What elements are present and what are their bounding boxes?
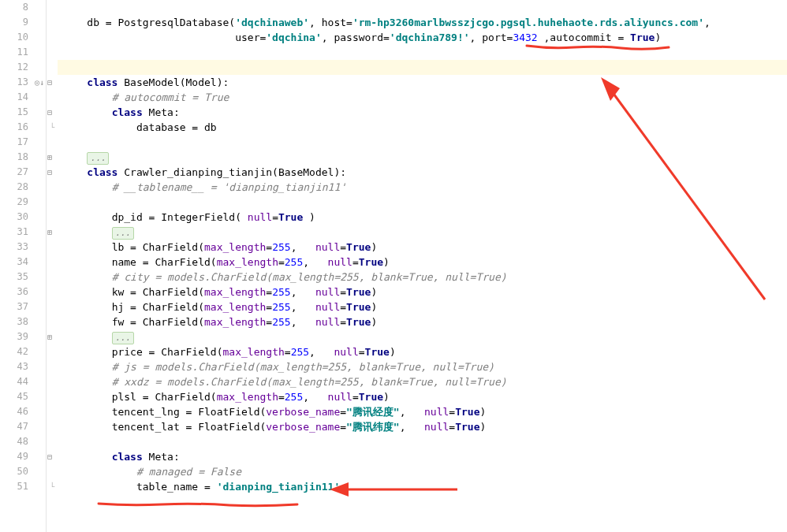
code-editor[interactable]: 8910111213◎↓1415161718272829303133343536…: [0, 0, 787, 532]
code-token: max_length: [204, 316, 266, 328]
code-token: 'dqchinaweb': [235, 17, 309, 28]
code-line[interactable]: [58, 135, 787, 150]
code-token: =: [449, 421, 455, 433]
line-number: 37: [0, 299, 46, 314]
code-token: # autocommit = True: [112, 91, 229, 103]
code-token: null: [328, 391, 352, 403]
fold-expand-icon[interactable]: ⊞: [47, 225, 52, 240]
code-token: =: [359, 346, 365, 358]
code-token: =: [340, 421, 346, 433]
code-line[interactable]: ...: [58, 225, 787, 240]
code-token: price = CharField(: [112, 346, 223, 358]
code-line[interactable]: # js = models.CharField(max_length=255, …: [58, 359, 787, 374]
code-token: =: [278, 256, 285, 268]
code-token: True: [359, 391, 383, 403]
code-line[interactable]: hj = CharField(max_length=255, null=True…: [58, 299, 787, 314]
code-token: True: [346, 286, 371, 298]
code-line[interactable]: plsl = CharField(max_length=255, null=Tr…: [58, 389, 787, 404]
code-token: ): [655, 32, 661, 43]
code-token: Meta:: [149, 451, 180, 463]
code-line[interactable]: ...: [58, 150, 787, 165]
code-token: =: [266, 301, 272, 313]
line-number: 50: [0, 464, 46, 479]
code-token: =: [340, 241, 346, 253]
code-token: =: [340, 286, 346, 298]
code-token: =: [340, 406, 346, 418]
code-line[interactable]: [58, 195, 787, 210]
code-token: 255: [285, 391, 303, 403]
line-number: 18: [0, 150, 46, 165]
code-line[interactable]: ...: [58, 329, 787, 344]
code-token: ,: [291, 241, 315, 253]
fold-expand-icon[interactable]: ⊞: [47, 150, 52, 165]
code-token: name = CharField(: [112, 256, 217, 268]
code-token: True: [346, 301, 371, 313]
line-number: 27: [0, 165, 46, 180]
line-number: 13◎↓: [0, 75, 46, 90]
code-token: max_length: [217, 256, 278, 268]
code-token: True: [278, 211, 303, 223]
fold-expand-icon[interactable]: ⊞: [47, 329, 52, 344]
code-line[interactable]: name = CharField(max_length=255, null=Tr…: [58, 255, 787, 270]
code-line[interactable]: dp_id = IntegerField( null=True ): [58, 210, 787, 225]
code-line[interactable]: lb = CharField(max_length=255, null=True…: [58, 240, 787, 255]
code-token: max_length: [223, 346, 285, 358]
code-line[interactable]: # autocommit = True: [58, 90, 787, 105]
line-number: 31: [0, 225, 46, 240]
code-line[interactable]: db = PostgresqlDatabase('dqchinaweb', ho…: [58, 15, 787, 30]
code-token: Meta:: [149, 106, 180, 118]
code-token: class: [112, 451, 149, 463]
code-token: 'rm-hp3260marlbwsszjcgo.pgsql.huhehaote.…: [352, 17, 704, 28]
code-line[interactable]: table_name = 'dianping_tianjin11': [58, 479, 787, 494]
fold-column[interactable]: ⊟⊟└⊞⊟⊞⊞⊟└: [47, 0, 58, 532]
code-token: ...: [112, 332, 134, 344]
code-line[interactable]: [58, 0, 787, 15]
code-line[interactable]: class Meta:: [58, 449, 787, 464]
code-token: ,: [400, 406, 424, 418]
code-token: max_length: [204, 301, 266, 313]
code-area[interactable]: db = PostgresqlDatabase('dqchinaweb', ho…: [58, 0, 787, 532]
code-line[interactable]: kw = CharField(max_length=255, null=True…: [58, 285, 787, 299]
code-line[interactable]: price = CharField(max_length=255, null=T…: [58, 344, 787, 359]
code-token: null: [315, 241, 340, 253]
line-number: 15: [0, 105, 46, 120]
code-line[interactable]: class BaseModel(Model):: [58, 75, 787, 90]
code-line[interactable]: user='dqchina', password='dqchina789!', …: [58, 30, 787, 45]
code-token: user=: [235, 32, 266, 43]
code-token: =: [266, 286, 272, 298]
code-line[interactable]: [58, 45, 787, 60]
code-token: =: [278, 391, 285, 403]
code-token: fw = CharField(: [112, 316, 204, 328]
code-line[interactable]: tencent_lng = FloatField(verbose_name="腾…: [58, 404, 787, 419]
code-line[interactable]: # xxdz = models.CharField(max_length=255…: [58, 374, 787, 389]
code-token: =: [266, 241, 272, 253]
code-token: kw = CharField(: [112, 286, 204, 298]
fold-collapse-icon[interactable]: ⊟: [47, 165, 52, 180]
code-token: # managed = False: [136, 466, 241, 478]
fold-collapse-icon[interactable]: ⊟: [47, 105, 52, 120]
code-token: 255: [285, 256, 303, 268]
code-token: 255: [272, 301, 290, 313]
code-token: ): [479, 406, 486, 418]
code-token: lb = CharField(: [112, 241, 204, 253]
code-token: max_length: [217, 391, 278, 403]
code-token: max_length: [204, 286, 266, 298]
line-number: 45: [0, 389, 46, 404]
code-line[interactable]: class Meta:: [58, 105, 787, 120]
fold-collapse-icon[interactable]: ⊟: [47, 449, 52, 464]
code-line[interactable]: [58, 434, 787, 449]
code-line[interactable]: # managed = False: [58, 464, 787, 479]
code-token: null: [334, 346, 358, 358]
code-line[interactable]: tencent_lat = FloatField(verbose_name="腾…: [58, 419, 787, 434]
fold-collapse-icon[interactable]: ⊟: [47, 75, 52, 90]
code-line[interactable]: [58, 60, 787, 75]
code-line[interactable]: # __tablename__ = 'dianping_tianjin11': [58, 180, 787, 195]
code-line[interactable]: fw = CharField(max_length=255, null=True…: [58, 314, 787, 329]
code-token: True: [346, 241, 371, 253]
code-line[interactable]: class Crawler_dianping_tianjin(BaseModel…: [58, 165, 787, 180]
bookmark-icon[interactable]: ◎↓: [35, 75, 44, 90]
code-line[interactable]: # city = models.CharField(max_length=255…: [58, 270, 787, 285]
code-line[interactable]: database = db: [58, 120, 787, 135]
code-token: tencent_lng = FloatField(: [112, 406, 267, 418]
code-token: ,: [309, 346, 334, 358]
